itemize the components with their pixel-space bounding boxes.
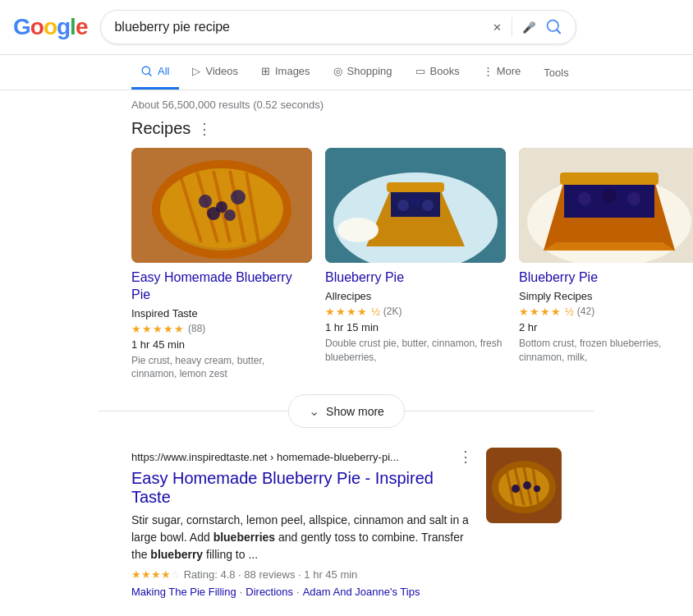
- recipes-menu-icon[interactable]: ⋮: [197, 120, 212, 138]
- logo-g3: o: [44, 14, 57, 40]
- svg-rect-17: [387, 182, 444, 192]
- results-count-text: About 56,500,000 results (0.52 seconds): [131, 99, 324, 111]
- recipe-card-img-2: [325, 148, 506, 263]
- rating-count-3: (42): [577, 306, 594, 317]
- clear-button[interactable]: ✕: [493, 21, 502, 34]
- tab-videos[interactable]: ▷ Videos: [182, 55, 248, 90]
- tab-shopping-label: Shopping: [347, 65, 392, 77]
- svg-point-21: [422, 200, 434, 211]
- web-result-snippet: Stir sugar, cornstarch, lemon peel, alls…: [131, 512, 473, 563]
- tab-books[interactable]: ▭ Books: [406, 55, 470, 90]
- recipe-card-2[interactable]: Blueberry Pie Allrecipes ★★★★½ (2K) 1 hr…: [325, 148, 506, 381]
- tab-all-label: All: [158, 65, 169, 77]
- svg-point-20: [411, 196, 420, 206]
- tab-more[interactable]: ⋮ More: [473, 55, 531, 90]
- web-result-link-filling[interactable]: Making The Pie Filling: [131, 586, 236, 598]
- chevron-down-icon: ⌄: [309, 403, 319, 419]
- link-separator-1: ·: [240, 586, 243, 598]
- rating-count-2: (2K): [383, 306, 402, 317]
- svg-point-22: [337, 218, 379, 242]
- svg-point-32: [591, 201, 603, 213]
- tab-all[interactable]: All: [131, 55, 179, 90]
- snippet-text-after: filling to ...: [203, 548, 258, 561]
- recipe-card-3[interactable]: Blueberry Pie Simply Recipes ★★★★½ (42) …: [519, 148, 693, 381]
- tab-images[interactable]: ⊞ Images: [251, 55, 320, 90]
- svg-point-10: [231, 190, 246, 205]
- recipe-card-title-2: Blueberry Pie: [325, 269, 506, 287]
- meta-empty-star: ☆: [171, 568, 181, 581]
- recipe-card-title-3: Blueberry Pie: [519, 269, 693, 287]
- svg-marker-26: [544, 242, 675, 251]
- show-more-button[interactable]: ⌄ Show more: [288, 394, 405, 428]
- snippet-bold-2: blueberry: [150, 548, 203, 561]
- web-result-with-img: https://www.inspiredtaste.net › homemade…: [131, 448, 562, 598]
- logo-g1: G: [13, 14, 30, 40]
- snippet-bold-1: blueberries: [213, 531, 275, 544]
- tools-label: Tools: [544, 67, 568, 79]
- recipes-header: Recipes ⋮: [131, 119, 562, 138]
- recipe-card-img-3: [519, 148, 693, 263]
- show-more-container: ⌄ Show more: [99, 394, 594, 428]
- svg-point-31: [627, 192, 640, 205]
- recipe-time-3: 2 hr: [519, 321, 693, 333]
- recipe-card-source-1: Inspired Taste: [131, 307, 312, 319]
- search-tab-icon: [141, 66, 153, 77]
- search-button[interactable]: [546, 19, 562, 35]
- clear-icon: ✕: [493, 21, 502, 34]
- svg-point-29: [578, 192, 591, 205]
- recipe-cards: Easy Homemade Blueberry Pie Inspired Tas…: [131, 148, 562, 381]
- recipe-card-source-2: Allrecipes: [325, 290, 506, 302]
- recipe-card-title-1: Easy Homemade Blueberry Pie: [131, 269, 312, 304]
- tab-more-label: More: [497, 65, 521, 77]
- svg-point-19: [397, 200, 409, 211]
- search-icons: ✕ 🎤: [493, 17, 562, 37]
- stars-row-3: ★★★★½ (42): [519, 306, 693, 318]
- svg-rect-27: [560, 172, 659, 185]
- web-result-title[interactable]: Easy Homemade Blueberry Pie - Inspired T…: [131, 469, 473, 507]
- link-separator-2: ·: [296, 586, 300, 598]
- svg-point-33: [616, 201, 627, 213]
- svg-point-41: [523, 481, 531, 490]
- svg-point-30: [602, 188, 617, 203]
- web-result: https://www.inspiredtaste.net › homemade…: [131, 448, 562, 598]
- search-input[interactable]: blueberry pie recipe: [114, 20, 493, 34]
- recipe-card-1[interactable]: Easy Homemade Blueberry Pie Inspired Tas…: [131, 148, 312, 381]
- logo-g2: o: [30, 14, 44, 40]
- show-more-line-right: [405, 411, 594, 411]
- tab-images-label: Images: [275, 65, 310, 77]
- shopping-icon: ◎: [333, 65, 342, 77]
- stars-1: ★★★★★: [131, 323, 185, 335]
- web-result-url-row: https://www.inspiredtaste.net › homemade…: [131, 448, 473, 466]
- mic-button[interactable]: 🎤: [522, 21, 536, 34]
- results-count: About 56,500,000 results (0.52 seconds): [0, 90, 693, 119]
- images-icon: ⊞: [261, 65, 270, 77]
- nav-tabs: All ▷ Videos ⊞ Images ◎ Shopping ▭ Books…: [0, 55, 693, 90]
- more-dots-icon: ⋮: [483, 65, 493, 77]
- web-result-thumbnail: [486, 448, 562, 523]
- logo-g6: e: [76, 14, 88, 40]
- tools-button[interactable]: Tools: [534, 57, 578, 89]
- web-result-content: https://www.inspiredtaste.net › homemade…: [131, 448, 473, 598]
- recipe-time-1: 1 hr 45 min: [131, 338, 312, 351]
- videos-icon: ▷: [192, 65, 200, 77]
- books-icon: ▭: [415, 65, 425, 77]
- mic-icon: 🎤: [522, 21, 536, 34]
- svg-point-11: [207, 207, 220, 220]
- meta-stars: ★★★★: [131, 568, 171, 581]
- header: Google blueberry pie recipe ✕ 🎤: [0, 0, 693, 55]
- show-more-label: Show more: [326, 405, 384, 418]
- web-result-menu-icon[interactable]: ⋮: [458, 448, 473, 466]
- web-result-link-directions[interactable]: Directions: [246, 586, 293, 598]
- tab-books-label: Books: [430, 65, 460, 77]
- web-result-link-tips[interactable]: Adam And Joanne's Tips: [303, 586, 420, 598]
- stars-2: ★★★★: [325, 306, 368, 318]
- logo-g4: g: [57, 14, 70, 40]
- tab-shopping[interactable]: ◎ Shopping: [324, 55, 402, 90]
- logo-g5: l: [70, 14, 76, 40]
- svg-point-8: [199, 195, 212, 208]
- stars-3: ★★★★: [519, 306, 562, 318]
- stars-row-1: ★★★★★ (88): [131, 323, 312, 335]
- google-logo: Google: [13, 14, 87, 40]
- web-result-meta: ★★★★☆ Rating: 4.8 · 88 reviews · 1 hr 45…: [131, 568, 473, 581]
- search-bar-wrapper: blueberry pie recipe ✕ 🎤: [100, 10, 576, 44]
